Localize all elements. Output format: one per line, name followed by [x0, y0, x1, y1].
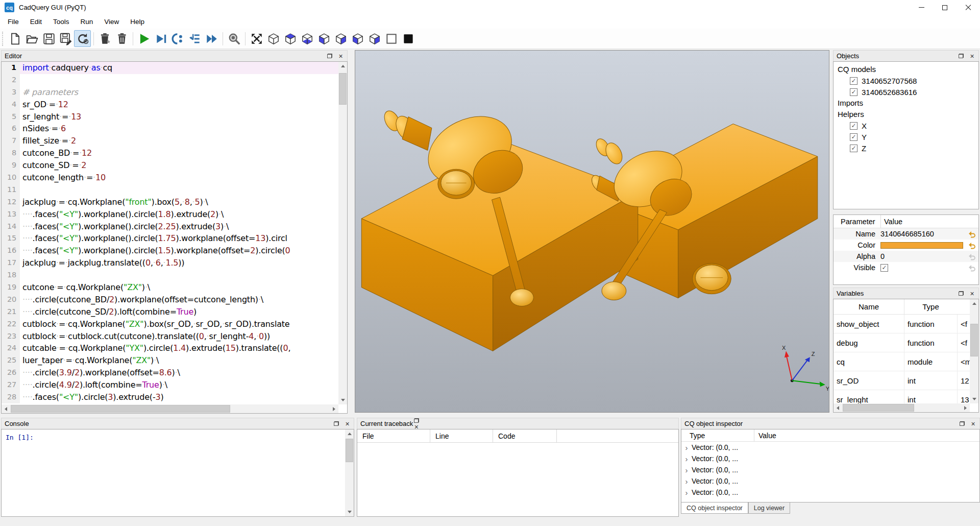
code-line[interactable]: 10cutcone_length·=·10	[2, 172, 338, 184]
continue-button[interactable]	[203, 30, 220, 47]
code-line[interactable]: 28····.faces("<Y").circle(3).extrude(-3)	[2, 391, 338, 403]
scroll-up-arrow[interactable]	[338, 62, 347, 70]
front-view-button[interactable]	[315, 30, 332, 47]
close-panel-icon[interactable]	[970, 420, 976, 427]
expand-chevron-icon[interactable]	[681, 466, 692, 474]
code-line[interactable]: 22cutblock·=·cq.Workplane("ZX").box(sr_O…	[2, 318, 338, 330]
scroll-right-arrow[interactable]	[330, 404, 338, 413]
float-panel-icon[interactable]	[958, 53, 964, 59]
scroll-up-arrow[interactable]	[970, 299, 978, 308]
menu-edit[interactable]: Edit	[24, 16, 47, 28]
render-button[interactable]	[136, 30, 153, 47]
close-panel-icon[interactable]	[969, 290, 975, 297]
inspect-object-button[interactable]	[226, 30, 242, 47]
expand-chevron-icon[interactable]	[681, 443, 692, 452]
objects-tree-item[interactable]: Z	[834, 142, 978, 154]
code-line[interactable]: 5sr_lenght·=·13	[2, 111, 338, 123]
editor-vscrollbar[interactable]	[338, 62, 347, 404]
debug-button[interactable]	[153, 30, 169, 47]
color-swatch[interactable]	[880, 242, 963, 249]
save-script-button[interactable]	[40, 30, 57, 47]
scroll-left-arrow[interactable]	[2, 404, 10, 413]
code-line[interactable]: 6nSides·=·6	[2, 123, 338, 135]
visibility-checkbox[interactable]	[850, 77, 857, 85]
toggle-wireframe-button[interactable]	[383, 30, 400, 47]
expand-chevron-icon[interactable]	[681, 488, 692, 497]
inspector-vector-row[interactable]: Vector: (0.0, ...	[681, 453, 979, 464]
maximize-button[interactable]	[933, 0, 957, 15]
code-line[interactable]: 20····.circle(cutcone_BD/2).workplane(of…	[2, 294, 338, 306]
right-view-button[interactable]	[366, 30, 383, 47]
code-line[interactable]: 8cutcone_BD·=·12	[2, 147, 338, 159]
fit-view-button[interactable]	[248, 30, 265, 47]
open-script-button[interactable]	[23, 30, 40, 47]
code-line[interactable]: 9cutcone_SD·=·2	[2, 159, 338, 172]
float-panel-icon[interactable]	[333, 420, 339, 427]
code-line[interactable]: 2	[2, 74, 338, 86]
float-panel-icon[interactable]	[958, 290, 964, 297]
variable-row-debug[interactable]: debugfunction<f	[834, 333, 970, 352]
code-line[interactable]: 12jackplug·=·cq.Workplane("front").box(5…	[2, 196, 338, 208]
code-line[interactable]: 24cutcable·=·cq.Workplane("YX").circle(1…	[2, 342, 338, 354]
menu-view[interactable]: View	[99, 16, 125, 28]
variables-vscrollbar[interactable]	[970, 299, 978, 403]
inspector-vector-row[interactable]: Vector: (0.0, ...	[681, 487, 979, 498]
menu-file[interactable]: File	[2, 16, 24, 28]
visibility-checkbox[interactable]	[850, 88, 857, 96]
inspector-vector-row[interactable]: Vector: (0.0, ...	[681, 475, 979, 487]
menu-run[interactable]: Run	[75, 16, 99, 28]
objects-group-helpers[interactable]: Helpers	[834, 109, 978, 120]
bottom-view-button[interactable]	[299, 30, 315, 47]
code-line[interactable]: 3# parameters	[2, 86, 338, 99]
inspector-vector-row[interactable]: Vector: (0.0, ...	[681, 464, 979, 475]
delete-current-button[interactable]	[96, 30, 113, 47]
top-view-button[interactable]	[282, 30, 299, 47]
code-area[interactable]: 1import·cadquery·as·cq23# parameters4sr_…	[2, 62, 338, 404]
close-panel-icon[interactable]	[969, 53, 975, 59]
scroll-right-arrow[interactable]	[961, 403, 970, 412]
code-line[interactable]: 11	[2, 184, 338, 196]
code-line[interactable]: 17jackplug·=·jackplug.translate((0,·6,·1…	[2, 257, 338, 269]
expand-chevron-icon[interactable]	[681, 477, 692, 486]
code-line[interactable]: 19cutcone·=·cq.Workplane("ZX")·\	[2, 281, 338, 294]
objects-tree-item[interactable]: Y	[834, 131, 978, 142]
tab-cq-object-inspector[interactable]: CQ object inspector	[681, 503, 748, 514]
objects-tree-item[interactable]: X	[834, 120, 978, 131]
objects-group-imports[interactable]: Imports	[834, 98, 978, 109]
float-panel-icon[interactable]	[959, 420, 965, 427]
code-line[interactable]: 15····.faces("<Y").workplane().circle(1.…	[2, 232, 338, 245]
code-line[interactable]: 18	[2, 269, 338, 281]
code-line[interactable]: 23cutblock·=·cutblock.cut(cutcone).trans…	[2, 330, 338, 343]
step-button[interactable]	[186, 30, 203, 47]
code-editor[interactable]: 1import·cadquery·as·cq23# parameters4sr_…	[1, 61, 348, 414]
objects-group-cq-models[interactable]: CQ models	[834, 64, 978, 75]
visibility-checkbox[interactable]	[850, 133, 857, 141]
toolbar-grip[interactable]	[2, 32, 5, 46]
back-view-button[interactable]	[332, 30, 349, 47]
viewport-3d[interactable]: X Z Y	[355, 50, 829, 413]
toggle-breakpoint-button[interactable]	[169, 30, 186, 47]
variables-hscrollbar[interactable]	[834, 403, 970, 412]
float-panel-icon[interactable]	[326, 53, 333, 59]
editor-hscroll-thumb[interactable]	[11, 405, 230, 413]
expand-chevron-icon[interactable]	[681, 455, 692, 463]
code-line[interactable]: 26····.circle(3.9/2).workplane(offset=8.…	[2, 367, 338, 379]
objects-tree-item[interactable]: 3140652683616	[834, 86, 978, 98]
code-line[interactable]: 16····.faces("<Y").workplane().circle(1.…	[2, 245, 338, 257]
scroll-down-arrow[interactable]	[338, 396, 347, 404]
code-line[interactable]: 1import·cadquery·as·cq	[2, 62, 338, 74]
code-line[interactable]: 21····.circle(cutcone_SD/2).loft(combine…	[2, 306, 338, 318]
menu-help[interactable]: Help	[125, 16, 150, 28]
console-vscrollbar[interactable]	[345, 429, 354, 516]
visibility-checkbox[interactable]	[850, 145, 857, 152]
console-vscroll-thumb[interactable]	[346, 439, 353, 462]
undo-icon[interactable]	[968, 241, 976, 249]
close-panel-icon[interactable]	[337, 53, 344, 59]
undo-icon[interactable]	[968, 230, 976, 238]
parameter-value-text[interactable]: 3140646685160	[880, 230, 934, 238]
code-line[interactable]: 13····.faces("<Y").workplane().circle(1.…	[2, 208, 338, 221]
objects-tree-item[interactable]: 3140652707568	[834, 75, 978, 86]
visible-checkbox[interactable]	[880, 264, 888, 272]
toggle-shaded-button[interactable]	[400, 30, 416, 47]
menu-tools[interactable]: Tools	[47, 16, 75, 28]
